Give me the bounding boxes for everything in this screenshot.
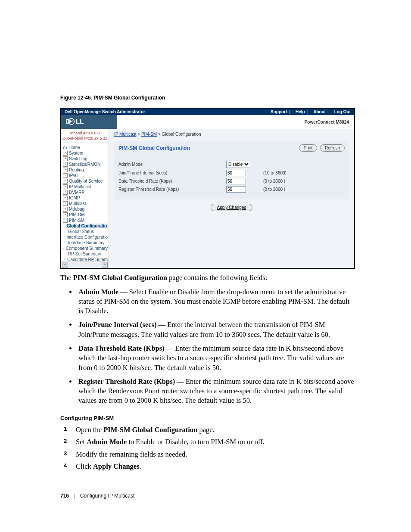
crumb-current: Global Configuration: [162, 132, 201, 137]
step-item: Click Apply Changes.: [73, 462, 355, 471]
brand-band: D E LL PowerConnect M8024: [61, 115, 354, 129]
screenshot: Dell OpenManage Switch Administrator Sup…: [61, 109, 354, 268]
section-heading: Configuring PIM-SM: [60, 414, 355, 422]
footer-section: Configuring IP Multicast: [80, 493, 135, 499]
data-threshold-input[interactable]: [226, 178, 246, 184]
field-data-threshold: Data Threshold Rate (Kbps) (0 to 2000 ): [118, 177, 345, 185]
plus-icon: +: [63, 162, 68, 167]
titlebar-text: Dell OpenManage Switch Administrator: [65, 109, 145, 114]
step-item: Set Admin Mode to Enable or Disable, to …: [73, 437, 355, 447]
join-prune-hint: (10 to 3600): [263, 171, 286, 175]
link-support[interactable]: Support: [271, 109, 287, 114]
tree-switching[interactable]: +Switching: [63, 156, 108, 162]
tree-ipmulticast[interactable]: −IP Multicast: [63, 184, 108, 190]
minus-icon: −: [63, 184, 68, 189]
dell-logo-icon: D E LL: [65, 118, 96, 125]
tree-intf-config[interactable]: ·Interface Configuratio: [63, 234, 108, 240]
list-item: Join/Prune Interval (secs) — Enter the i…: [77, 320, 355, 339]
scroll-right-icon[interactable]: >: [102, 262, 108, 268]
tree-pimsm[interactable]: −PIM-SM: [63, 218, 108, 223]
steps-list: Open the PIM-SM Global Configuration pag…: [60, 425, 355, 471]
step-item: Open the PIM-SM Global Configuration pag…: [73, 425, 355, 435]
field-register-threshold: Register Threshold Rate (Kbps) (0 to 200…: [118, 185, 345, 193]
join-prune-input[interactable]: [226, 170, 246, 176]
tree-home[interactable]: 🗀Home: [63, 145, 108, 150]
step-item: Modify the remaining fields as needed.: [73, 450, 355, 459]
ip-inband: Inband IP:0.0.0.0: [61, 131, 109, 136]
tree-pimdm[interactable]: +PIM-DM: [63, 212, 108, 218]
plus-icon: +: [63, 207, 68, 212]
nav-tree: 🗀Home +System +Switching +Statistics/RMO…: [61, 143, 109, 268]
crumb-pim-sm[interactable]: PIM-SM: [141, 132, 157, 137]
register-threshold-label: Register Threshold Rate (Kbps): [118, 187, 226, 192]
admin-mode-label: Admin Mode: [118, 162, 226, 167]
plus-icon: +: [63, 151, 68, 156]
plus-icon: +: [63, 212, 68, 217]
home-icon: 🗀: [63, 145, 67, 150]
data-threshold-hint: (0 to 2000 ): [263, 179, 285, 184]
plus-icon: +: [63, 179, 68, 184]
plus-icon: +: [63, 190, 68, 195]
plus-icon: +: [63, 156, 68, 161]
plus-icon: +: [63, 173, 68, 178]
field-join-prune: Join/Prune Interval (secs) (10 to 3600): [118, 169, 345, 177]
list-item: Admin Mode — Select Enable or Disable fr…: [77, 287, 355, 316]
config-panel: PIM-SM Global Configuration Print Refres…: [114, 141, 349, 199]
list-item: Register Threshold Rate (Kbps) — Enter t…: [77, 377, 355, 406]
link-about[interactable]: About: [313, 109, 326, 114]
breadcrumb: IP Multicast > PIM-SM > Global Configura…: [114, 132, 349, 137]
separator-line: [118, 158, 345, 158]
tree-global-config[interactable]: ·Global Configuratio: [63, 223, 108, 229]
minus-icon: −: [63, 218, 68, 223]
logo-cell: D E LL: [61, 115, 117, 129]
field-description-list: Admin Mode — Select Enable or Disable fr…: [60, 287, 355, 406]
intro-paragraph: The PIM-SM Global Configuration page con…: [60, 273, 355, 283]
tree-qos[interactable]: +Quality of Service: [63, 178, 108, 184]
plus-icon: +: [63, 168, 68, 172]
h-scrollbar[interactable]: < >: [61, 261, 109, 268]
refresh-button[interactable]: Refresh: [320, 144, 345, 152]
data-threshold-label: Data Threshold Rate (Kbps): [118, 179, 226, 184]
ip-info: Inband IP:0.0.0.0 Out-of-band IP:10.27.5…: [61, 129, 109, 143]
product-label: PowerConnect M8024: [117, 116, 354, 128]
register-threshold-hint: (0 to 2000 ): [263, 187, 285, 192]
link-logout[interactable]: Log Out: [334, 109, 351, 114]
list-item: Data Threshold Rate (Kbps) — Enter the m…: [77, 344, 355, 373]
page-footer: 716 | Configuring IP Multicast: [60, 493, 355, 499]
crumb-ip-multicast[interactable]: IP Multicast: [114, 132, 137, 137]
tree-component-summary[interactable]: ·Component Summary: [63, 246, 108, 251]
page-number: 716: [60, 493, 69, 499]
tree-mdebug[interactable]: +Mdebug: [63, 206, 108, 212]
admin-mode-select[interactable]: Disable: [226, 161, 250, 168]
titlebar: Dell OpenManage Switch Administrator Sup…: [61, 109, 354, 115]
tree-ipv6[interactable]: +IPv6: [63, 173, 108, 178]
plus-icon: +: [63, 201, 68, 206]
sidebar: Inband IP:0.0.0.0 Out-of-band IP:10.27.5…: [61, 129, 109, 268]
field-admin-mode: Admin Mode Disable: [118, 160, 345, 169]
tree-routing[interactable]: +Routing: [63, 167, 108, 173]
body-text: The PIM-SM Global Configuration page con…: [60, 273, 355, 471]
tree-system[interactable]: +System: [63, 150, 108, 156]
page-title: PIM-SM Global Configuration: [118, 145, 190, 151]
tree-igmp[interactable]: +IGMP: [63, 195, 108, 201]
join-prune-label: Join/Prune Interval (secs): [118, 171, 226, 175]
link-help[interactable]: Help: [296, 109, 305, 114]
tree-multicast[interactable]: +Multicast: [63, 201, 108, 206]
titlebar-links: Support| Help| About| Log Out: [268, 109, 351, 114]
figure-caption: Figure 12-46. PIM-SM Global Configuratio…: [60, 95, 355, 101]
tree-global-status[interactable]: ·Global Status: [63, 229, 108, 234]
apply-changes-button[interactable]: Apply Changes: [211, 204, 253, 211]
main-panel: IP Multicast > PIM-SM > Global Configura…: [109, 129, 354, 268]
tree-stats[interactable]: +Statistics/RMON: [63, 162, 108, 167]
tree-intf-summary[interactable]: ·Interface Summary: [63, 240, 108, 246]
plus-icon: +: [63, 196, 68, 200]
print-button[interactable]: Print: [299, 144, 318, 152]
screenshot-frame: Dell OpenManage Switch Administrator Sup…: [60, 108, 355, 269]
svg-text:LL: LL: [76, 118, 84, 125]
scroll-left-icon[interactable]: <: [62, 262, 68, 268]
ip-outofband: Out-of-band IP:10.27.5.31: [61, 136, 109, 141]
register-threshold-input[interactable]: [226, 186, 246, 193]
tree-dvmrp[interactable]: +DVMRP: [63, 190, 108, 195]
tree-rp-set[interactable]: ·RP Set Summary: [63, 251, 108, 257]
